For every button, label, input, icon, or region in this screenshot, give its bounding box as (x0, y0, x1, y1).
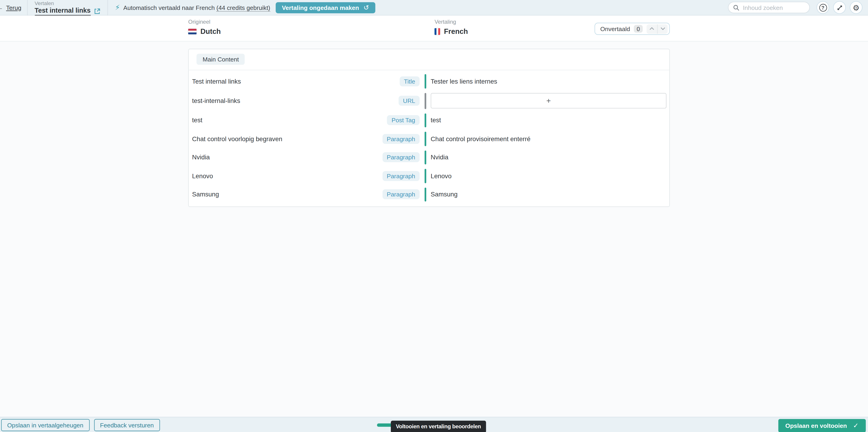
external-link-icon[interactable] (94, 8, 100, 14)
source-cell: Nvidia Paragraph (192, 152, 425, 162)
section-title-chip: Main Content (196, 54, 245, 65)
segment-row: test Post Tag test (189, 111, 669, 130)
source-cell: Lenovo Paragraph (192, 171, 425, 181)
translation-text[interactable]: Samsung (426, 191, 666, 198)
divider (107, 0, 108, 15)
save-translation-memory-button[interactable]: Opslaan in vertaalgeheugen (1, 419, 90, 431)
segment-row: Chat control voorlopig begraven Paragrap… (189, 129, 669, 148)
source-language-name: Dutch (200, 27, 221, 35)
netherlands-flag-icon (188, 29, 196, 34)
search-input[interactable] (743, 4, 805, 11)
field-type-badge: Title (400, 76, 420, 86)
progress-tooltip: Voltooien en vertaling beoordelen (391, 421, 486, 432)
segment-row: test-internal-links URL + (189, 91, 669, 111)
france-flag-icon (435, 28, 440, 35)
segment-row: Lenovo Paragraph Lenovo (189, 167, 669, 185)
expand-icon (836, 4, 843, 11)
help-button[interactable]: ? (816, 1, 829, 14)
check-icon: ✓ (853, 422, 859, 430)
status-bar (425, 187, 426, 202)
document-title-link[interactable]: Test internal links (35, 7, 91, 16)
source-cell: test Post Tag (192, 115, 425, 125)
source-text: Test internal links (192, 78, 241, 85)
card-header: Main Content (189, 49, 669, 70)
credits-used: (44 credits gebruikt) (216, 4, 270, 11)
source-text: Chat control voorlopig begraven (192, 135, 282, 142)
untranslated-label: Onvertaald (600, 26, 630, 32)
translation-cell: + (426, 93, 666, 109)
target-label: Vertaling (435, 19, 468, 25)
translation-text[interactable]: test (426, 117, 666, 124)
status-bar (425, 74, 426, 88)
document-title-block: Vertalen Test internal links (27, 0, 107, 15)
field-type-badge: Paragraph (382, 171, 420, 181)
auto-translate-text: Automatisch vertaald naar French (44 cre… (123, 4, 270, 11)
gear-icon: ⚙ (852, 4, 860, 11)
lightning-icon: ⚡ (115, 4, 120, 11)
source-cell: test-internal-links URL (192, 96, 425, 106)
bottom-bar: Opslaan in vertaalgeheugen Feedback vers… (0, 417, 868, 432)
source-label: Origineel (188, 19, 221, 25)
source-cell: Test internal links Title (192, 76, 425, 86)
save-and-complete-button[interactable]: Opslaan en voltooien ✓ (778, 419, 866, 432)
segment-rows: Test internal links Title Tester les lie… (189, 70, 669, 204)
back-control[interactable]: ← Terug (0, 0, 27, 15)
app-viewport: ← Terug Vertalen Test internal links ⚡ (0, 0, 868, 432)
translation-text[interactable]: Nvidia (426, 154, 666, 161)
field-type-badge: Paragraph (382, 134, 420, 144)
field-type-badge: URL (399, 96, 420, 106)
field-type-badge: Paragraph (382, 152, 420, 162)
untranslated-count-badge: 0 (634, 25, 643, 33)
undo-icon: ↺ (364, 4, 369, 11)
segment-row: Nvidia Paragraph Nvidia (189, 148, 669, 167)
fullscreen-button[interactable] (833, 1, 846, 14)
source-text: test-internal-links (192, 97, 240, 104)
source-cell: Chat control voorlopig begraven Paragrap… (192, 134, 425, 144)
status-bar (425, 93, 426, 109)
settings-button[interactable]: ⚙ (850, 1, 863, 14)
target-language-name: French (444, 27, 468, 35)
status-bar (425, 150, 426, 164)
help-icon: ? (819, 4, 827, 11)
source-cell: Samsung Paragraph (192, 189, 425, 199)
source-text: Lenovo (192, 173, 213, 179)
plus-icon: + (546, 96, 551, 105)
status-bar (425, 132, 426, 146)
auto-translate-status: ⚡ Automatisch vertaald naar French (44 c… (115, 4, 270, 11)
source-text: Nvidia (192, 154, 210, 161)
previous-untranslated-button[interactable] (647, 24, 657, 34)
next-untranslated-button[interactable] (657, 24, 668, 34)
empty-translation-field[interactable]: + (431, 93, 666, 109)
status-bar (425, 113, 426, 127)
breadcrumb: Vertalen (35, 0, 100, 6)
search-icon (733, 4, 740, 11)
segment-row: Samsung Paragraph Samsung (189, 185, 669, 204)
source-text: Samsung (192, 191, 219, 198)
top-bar: ← Terug Vertalen Test internal links ⚡ (0, 0, 868, 16)
source-language-block: Origineel Dutch (188, 19, 221, 35)
translation-text[interactable]: Lenovo (426, 173, 666, 179)
translation-text[interactable]: Tester les liens internes (426, 78, 666, 85)
undo-translation-button[interactable]: Vertaling ongedaan maken ↺ (276, 2, 375, 13)
back-link[interactable]: Terug (6, 4, 21, 11)
back-arrow-icon: ← (0, 3, 6, 11)
editor-area: Main Content Test internal links Title T… (0, 49, 868, 424)
untranslated-filter: Onvertaald 0 (595, 23, 670, 35)
field-type-badge: Post Tag (387, 115, 420, 125)
send-feedback-button[interactable]: Feedback versturen (94, 419, 160, 431)
field-type-badge: Paragraph (382, 189, 420, 199)
translation-text[interactable]: Chat control provisoirement enterré (426, 135, 666, 142)
status-bar (425, 169, 426, 183)
language-bar: Origineel Dutch Vertaling French Onverta… (0, 16, 868, 41)
translation-card: Main Content Test internal links Title T… (188, 49, 670, 207)
content-search[interactable] (728, 2, 810, 13)
segment-row: Test internal links Title Tester les lie… (189, 72, 669, 91)
source-text: test (192, 117, 203, 124)
target-language-block: Vertaling French (435, 19, 468, 35)
